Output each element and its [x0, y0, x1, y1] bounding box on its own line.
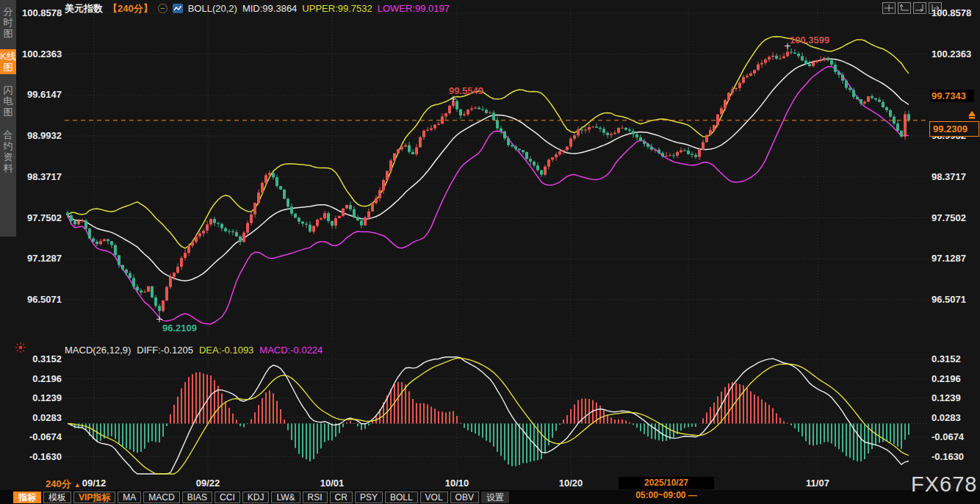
price-annotation: 96.2109: [162, 323, 197, 334]
last-price-label: 99.2309: [929, 121, 979, 137]
price-axis-label-left: 97.7502: [22, 212, 62, 224]
toolbar-item-1[interactable]: 指标: [13, 492, 41, 503]
macd-axis-label-right: 0.3152: [932, 353, 976, 365]
price-axis-label-right: 100.2363: [932, 48, 976, 60]
x-axis-date-label: 10/20: [553, 478, 588, 489]
toolbar-item-7[interactable]: CCI: [215, 492, 240, 503]
macd-axis-label-left: -0.0674: [22, 431, 62, 443]
x-axis-date-label: 09/22: [190, 478, 226, 489]
watermark: FX678: [911, 472, 977, 497]
toolbar-item-15[interactable]: OBV: [450, 492, 479, 503]
macd-axis-label-right: 0.0283: [932, 412, 976, 424]
chart-application: 分时图K线图闪电图合约资料 美元指数 【240分】 − BOLL(20,2) M…: [0, 0, 980, 504]
toolbar-item-3[interactable]: VIP指标: [73, 492, 115, 503]
toolbar-item-11[interactable]: CR: [330, 492, 353, 503]
sidebar-tab-1[interactable]: 分时图: [0, 4, 16, 40]
x-axis-date-label: 11/07: [800, 478, 835, 489]
price-axis-label-right: 97.1287: [932, 253, 976, 264]
price-axis-label-right: 100.8578: [932, 7, 976, 19]
price-axis-label-left: 100.8578: [22, 7, 62, 19]
x-axis-date-label: 10/01: [314, 478, 350, 489]
toolbar-item-6[interactable]: BIAS: [182, 492, 212, 503]
sidebar-tab-4[interactable]: 合约资料: [0, 128, 16, 175]
sidebar-tab-3[interactable]: 闪电图: [0, 83, 16, 119]
macd-axis-label-right: 0.1239: [932, 392, 976, 404]
price-up-arrow-icon: [967, 110, 977, 123]
price-annotation: 99.5549: [449, 85, 483, 96]
price-axis-label-right: 97.7502: [932, 212, 976, 224]
macd-axis-label-right: 0.2196: [932, 373, 976, 385]
macd-axis-label-left: 0.2196: [22, 373, 62, 385]
period-selector[interactable]: 240分▲: [46, 478, 81, 491]
toolbar-item-14[interactable]: VOL: [420, 492, 448, 503]
price-axis-label-left: 99.6147: [22, 89, 62, 101]
toolbar-item-10[interactable]: RSI: [303, 492, 328, 503]
macd-title: MACD(26,12,9): [65, 345, 131, 356]
toolbar-item-5[interactable]: MACD: [143, 492, 179, 503]
price-axis-label-left: 97.1287: [22, 253, 62, 264]
price-annotation: 100.3599: [790, 35, 829, 46]
x-axis-date-label: 10/10: [439, 478, 475, 489]
toolbar-item-9[interactable]: LW&: [271, 492, 300, 503]
selected-candle-time-label: 2025/10/27 05:00~09:00 —: [619, 477, 714, 489]
macd-axis-label-left: 0.1239: [22, 392, 62, 404]
sidebar-tab-2[interactable]: K线图: [0, 49, 16, 74]
macd-axis-label-right: -0.1630: [932, 451, 976, 463]
bottom-toolbar: 指标模板VIP指标MAMACDBIASCCIKDJLW&RSICRPSYBOLL…: [0, 490, 980, 504]
toolbar-item-16[interactable]: 设置: [481, 492, 509, 503]
price-axis-label-right: 96.5071: [932, 294, 976, 306]
macd-header: MACD(26,12,9) DIFF:-0.1205 DEA:-0.1093 M…: [65, 345, 323, 356]
price-axis-label-left: 98.3717: [22, 171, 62, 183]
toolbar-item-2[interactable]: 模板: [43, 492, 71, 503]
macd-diff-value: DIFF:-0.1205: [137, 345, 193, 356]
main-price-chart[interactable]: 99.5549100.359996.2109: [65, 6, 927, 340]
macd-axis-label-right: -0.0674: [932, 431, 976, 443]
macd-axis-label-left: -0.1630: [22, 451, 62, 463]
sidebar: 分时图K线图闪电图合约资料: [0, 0, 16, 237]
macd-dea-value: DEA:-0.1093: [199, 345, 253, 356]
x-axis-date-label: 09/12: [76, 478, 112, 489]
toolbar-item-8[interactable]: KDJ: [242, 492, 270, 503]
upper-band-price-label: 99.7343: [930, 90, 974, 102]
price-axis-label-left: 100.2363: [22, 48, 62, 60]
macd-macd-value: MACD:-0.0224: [259, 345, 323, 356]
price-axis-label-right: 98.3717: [932, 171, 976, 183]
macd-axis-label-left: 0.0283: [22, 412, 62, 424]
macd-indicator-chart[interactable]: [65, 355, 927, 476]
toolbar-item-12[interactable]: PSY: [355, 492, 383, 503]
price-axis-label-left: 98.9932: [22, 130, 62, 142]
toolbar-item-4[interactable]: MA: [118, 492, 141, 503]
toolbar-item-13[interactable]: BOLL: [385, 492, 418, 503]
macd-axis-label-left: 0.3152: [22, 353, 62, 365]
price-axis-label-left: 96.5071: [22, 294, 62, 306]
